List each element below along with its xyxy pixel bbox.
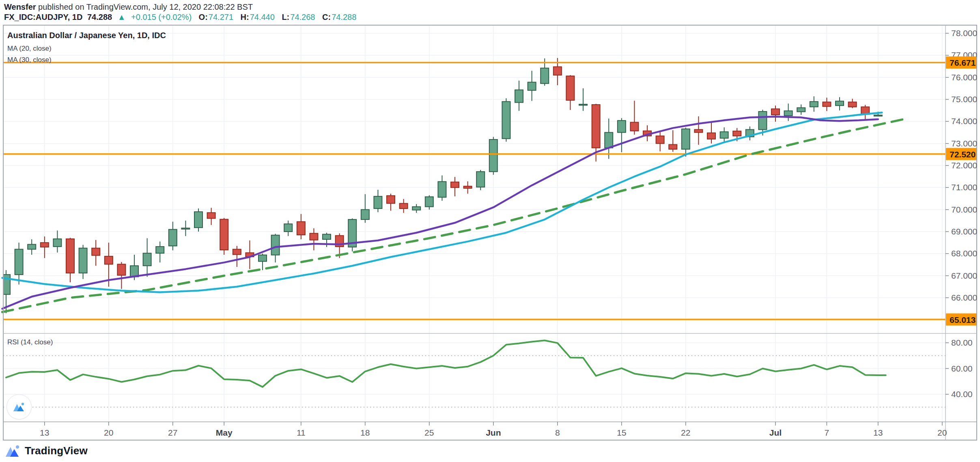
- candle-body: [758, 112, 767, 130]
- candle-body: [618, 120, 626, 132]
- candles-group: [2, 58, 882, 313]
- price-tick-label: 71.000: [951, 183, 977, 192]
- price-tick-label: 73.000: [951, 139, 977, 148]
- time-tick-label: 25: [424, 428, 434, 437]
- candle-body: [194, 212, 202, 228]
- candle-body: [720, 132, 728, 138]
- price-chart-canvas[interactable]: 78.00077.00076.00075.00074.00073.00072.0…: [0, 0, 980, 462]
- ma30-legend[interactable]: MA (30, close): [7, 56, 52, 64]
- candle-body: [220, 219, 228, 250]
- candle-body: [66, 239, 74, 273]
- time-tick-label: 7: [825, 428, 829, 437]
- candle-body: [105, 256, 113, 264]
- candle-body: [630, 122, 638, 131]
- candle-body: [515, 90, 523, 103]
- price-tick-label: 66.000: [951, 293, 977, 302]
- candle-body: [169, 230, 177, 246]
- candle-body: [874, 115, 882, 116]
- time-tick-label: 15: [617, 428, 626, 437]
- candle-body: [579, 104, 587, 105]
- time-axis[interactable]: 132027May111825Jun81522Jul71320: [40, 422, 947, 437]
- candle-body: [669, 144, 677, 149]
- candle-body: [181, 228, 190, 229]
- candle-body: [771, 109, 780, 115]
- candle-body: [271, 235, 280, 255]
- candle-body: [707, 133, 715, 139]
- price-scale[interactable]: 78.00077.00076.00075.00074.00073.00072.0…: [946, 28, 977, 399]
- candle-body: [361, 210, 369, 219]
- time-tick-label: 20: [104, 428, 113, 437]
- time-tick-label: Jun: [486, 428, 501, 437]
- price-tick-label: 67.000: [951, 271, 977, 280]
- tradingview-logo[interactable]: TradingView: [5, 444, 88, 458]
- candle-body: [412, 207, 420, 210]
- price-tick-label: 68.000: [951, 249, 977, 258]
- candle-body: [656, 136, 664, 144]
- candle-body: [797, 108, 805, 112]
- candle-body: [156, 247, 164, 253]
- ma20-legend[interactable]: MA (20, close): [7, 45, 52, 53]
- candle-body: [400, 204, 408, 209]
- candle-body: [810, 101, 818, 107]
- candle-body: [28, 245, 36, 249]
- candle-body: [117, 264, 125, 275]
- candle-body: [694, 129, 702, 132]
- candle-body: [502, 101, 510, 138]
- price-tick-label: 72.000: [951, 161, 977, 170]
- candle-body: [79, 248, 87, 273]
- candle-body: [233, 249, 241, 255]
- brand-name: TradingView: [25, 445, 88, 457]
- price-tick-label: 70.000: [951, 205, 977, 214]
- candle-body: [387, 196, 395, 203]
- candle-body: [92, 248, 100, 256]
- time-tick-label: 11: [297, 428, 306, 437]
- rsi-tick-label: 60.00: [951, 364, 973, 373]
- candle-body: [258, 255, 267, 262]
- candle-body: [489, 140, 498, 172]
- time-tick-label: 20: [937, 428, 947, 437]
- candle-body: [528, 82, 536, 90]
- candle-body: [284, 224, 292, 232]
- time-tick-label: 27: [168, 428, 177, 437]
- candle-body: [438, 182, 446, 198]
- candle-body: [53, 239, 61, 247]
- price-tick-label: 75.000: [951, 95, 977, 104]
- candle-body: [836, 101, 844, 105]
- time-tick-label: Jul: [769, 428, 782, 437]
- trendline-dashed: [2, 119, 904, 312]
- candle-body: [554, 67, 562, 75]
- candle-body: [323, 234, 331, 240]
- candle-body: [733, 131, 741, 136]
- level-price-label: 76.671: [950, 58, 976, 67]
- tradingview-watermark-button[interactable]: [6, 394, 32, 419]
- candle-body: [541, 68, 549, 84]
- candle-body: [143, 253, 151, 266]
- level-price-label: 72.520: [950, 150, 976, 159]
- time-tick-label: 13: [40, 428, 49, 437]
- rsi-line: [6, 340, 886, 387]
- price-tick-label: 74.000: [951, 116, 977, 126]
- chart-border: [3, 25, 977, 440]
- time-tick-label: 22: [681, 428, 690, 437]
- candle-body: [849, 102, 857, 107]
- candle-body: [425, 197, 433, 206]
- candle-body: [15, 249, 23, 275]
- candle-body: [297, 222, 305, 235]
- level-price-label: 65.013: [950, 315, 976, 324]
- candle-body: [823, 102, 831, 107]
- price-tick-label: 76.000: [951, 73, 977, 82]
- candle-body: [784, 111, 793, 116]
- ma20-line: [2, 116, 878, 309]
- candle-body: [682, 129, 690, 149]
- candle-body: [605, 133, 613, 148]
- candle-body: [592, 105, 600, 148]
- price-tick-label: 78.000: [951, 28, 977, 38]
- rsi-legend[interactable]: RSI (14, close): [7, 338, 53, 346]
- candle-body: [310, 233, 318, 240]
- price-tick-label: 69.000: [951, 227, 977, 236]
- tradingview-mountain-icon: [13, 402, 26, 412]
- candle-body: [566, 76, 574, 100]
- candle-body: [464, 186, 472, 188]
- chart-title[interactable]: Australian Dollar / Japanese Yen, 1D, ID…: [7, 31, 166, 40]
- rsi-tick-label: 40.00: [951, 389, 973, 399]
